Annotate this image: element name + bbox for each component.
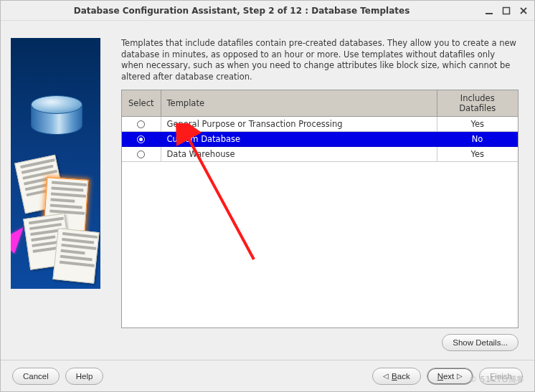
maximize-icon[interactable] — [500, 4, 513, 17]
chevron-right-icon: ▷ — [457, 372, 463, 380]
details-button-row: Show Details... — [121, 328, 519, 354]
close-icon[interactable] — [517, 4, 530, 17]
column-header-includes: Includes Datafiles — [437, 90, 518, 117]
titlebar: Database Configuration Assistant, Step 2… — [1, 1, 534, 21]
description-text: Templates that include datafiles contain… — [121, 38, 519, 82]
back-button[interactable]: ◁ Back — [372, 368, 421, 385]
window-title: Database Configuration Assistant, Step 2… — [5, 6, 478, 16]
templates-table: Select Template Includes Datafiles Gener… — [122, 90, 518, 162]
database-icon — [31, 95, 82, 141]
finish-button: Finish — [479, 368, 523, 385]
includes-cell: No — [437, 132, 518, 147]
chevron-left-icon: ◁ — [383, 372, 389, 380]
wizard-body: Templates that include datafiles contain… — [1, 21, 534, 360]
includes-cell: Yes — [437, 117, 518, 132]
template-name-cell: General Purpose or Transaction Processin… — [161, 117, 437, 132]
show-details-button[interactable]: Show Details... — [442, 334, 519, 351]
table-row[interactable]: General Purpose or Transaction Processin… — [122, 117, 518, 132]
wizard-graphic — [11, 38, 100, 289]
column-header-select: Select — [122, 90, 161, 117]
svg-rect-1 — [503, 7, 510, 14]
wizard-footer: Cancel Help ◁ Back Next ▷ Finish — [1, 360, 534, 391]
radio-option[interactable] — [137, 150, 145, 158]
template-name-cell: Data Warehouse — [161, 147, 437, 162]
database-configuration-assistant-window: Database Configuration Assistant, Step 2… — [0, 0, 535, 392]
templates-table-container: Select Template Includes Datafiles Gener… — [121, 90, 519, 328]
sidebar — [1, 21, 113, 360]
template-page-icon — [52, 228, 99, 284]
includes-cell: Yes — [437, 147, 518, 162]
radio-option[interactable] — [137, 135, 145, 143]
table-row[interactable]: Data Warehouse Yes — [122, 147, 518, 162]
table-row[interactable]: Custom Database No — [122, 132, 518, 147]
cancel-button[interactable]: Cancel — [12, 368, 60, 385]
column-header-template: Template — [161, 90, 437, 117]
main-panel: Templates that include datafiles contain… — [113, 21, 534, 360]
help-button[interactable]: Help — [65, 368, 104, 385]
minimize-icon[interactable] — [483, 4, 496, 17]
template-name-cell: Custom Database — [161, 132, 437, 147]
radio-option[interactable] — [137, 120, 145, 128]
next-button[interactable]: Next ▷ — [427, 368, 474, 385]
